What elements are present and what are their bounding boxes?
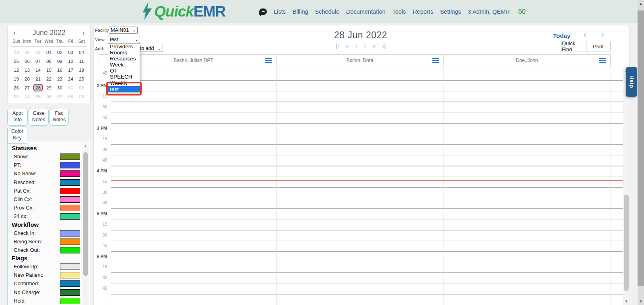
pager-next-icon[interactable]: › bbox=[364, 42, 366, 49]
page-scrollbar[interactable]: ▲ ▼ bbox=[638, 0, 644, 305]
nav-reports[interactable]: Reports bbox=[413, 8, 433, 15]
calendar-day-09[interactable]: 09 bbox=[76, 92, 87, 101]
next-day-icon[interactable]: › bbox=[601, 30, 604, 39]
calendar-day-01[interactable]: 01 bbox=[65, 83, 76, 92]
calendar-day-25[interactable]: 25 bbox=[76, 75, 87, 83]
calendar-day-31[interactable]: 31 bbox=[33, 48, 43, 57]
calendar-day-01[interactable]: 01 bbox=[43, 48, 54, 57]
calendar-day-21[interactable]: 21 bbox=[33, 75, 43, 83]
calendar-day-06[interactable]: 06 bbox=[22, 57, 33, 66]
calendar-day-09[interactable]: 09 bbox=[54, 57, 65, 66]
quick-find-button[interactable]: Quick Find bbox=[562, 41, 586, 52]
appt-info-tab[interactable]: Appt Info bbox=[7, 108, 28, 126]
view-option-rooms[interactable]: Rooms bbox=[108, 50, 140, 56]
nav-billing[interactable]: Billing bbox=[293, 8, 308, 15]
color-key-row-hold: Hold: bbox=[8, 297, 90, 305]
view-option-ot[interactable]: OT bbox=[108, 68, 140, 74]
grid-row bbox=[111, 294, 623, 305]
calendar-day-29[interactable]: 29 bbox=[11, 48, 22, 57]
calendar-day-30[interactable]: 30 bbox=[54, 83, 65, 92]
nav-3-admin-qemr[interactable]: 3 Admin, QEMR bbox=[468, 8, 510, 15]
fac-notes-tab[interactable]: Fac Notes bbox=[50, 108, 69, 126]
nav-documentation[interactable]: Documentation bbox=[346, 8, 386, 15]
pager-fast-next-icon[interactable]: » bbox=[372, 42, 376, 49]
pager-last-icon[interactable]: ›| bbox=[382, 42, 386, 49]
calendar-day-10[interactable]: 10 bbox=[65, 57, 76, 66]
view-option-speech[interactable]: SPEECH bbox=[108, 74, 140, 80]
calendar-day-27[interactable]: 27 bbox=[22, 83, 33, 92]
calendar-day-12[interactable]: 12 bbox=[11, 66, 22, 75]
prev-day-icon[interactable]: ‹ bbox=[584, 30, 586, 39]
scroll-down-icon[interactable]: ▼ bbox=[623, 299, 630, 303]
calendar-day-11[interactable]: 11 bbox=[76, 57, 87, 66]
calendar-day-05[interactable]: 05 bbox=[11, 57, 22, 66]
pager-fast-prev-icon[interactable]: « bbox=[346, 42, 349, 49]
column-title: Bashir, Julian DPT bbox=[173, 58, 213, 63]
calendar-dayname-wed: Wed bbox=[43, 39, 54, 46]
notification-count[interactable]: 60 bbox=[518, 8, 526, 15]
color-swatch bbox=[60, 154, 80, 160]
calendar-day-02[interactable]: 02 bbox=[54, 48, 65, 57]
calendar-day-17[interactable]: 17 bbox=[65, 66, 76, 75]
column-menu-icon[interactable] bbox=[265, 58, 272, 63]
calendar-day-04[interactable]: 04 bbox=[22, 92, 33, 101]
calendar-day-16[interactable]: 16 bbox=[54, 66, 65, 75]
calendar-day-20[interactable]: 20 bbox=[22, 75, 33, 83]
today-button[interactable]: Today bbox=[553, 32, 570, 39]
calendar-prev-month-icon[interactable]: ‹ bbox=[13, 29, 15, 37]
color-key-scrollbar-thumb[interactable] bbox=[83, 152, 88, 276]
view-option-week[interactable]: Week bbox=[108, 62, 140, 68]
color-key-section-workflow: Workflow bbox=[8, 221, 90, 229]
schedule-grid-rows[interactable] bbox=[111, 66, 623, 305]
chat-bubble-icon[interactable]: ••• bbox=[259, 8, 267, 15]
calendar-day-07[interactable]: 07 bbox=[33, 57, 43, 66]
color-key-scrollbar[interactable]: ▲ bbox=[83, 143, 89, 305]
calendar-dayname-mon: Mon bbox=[22, 39, 33, 46]
calendar-day-03[interactable]: 03 bbox=[65, 48, 76, 57]
nav-tools[interactable]: Tools bbox=[392, 8, 406, 15]
view-option-resources[interactable]: Resources bbox=[108, 56, 140, 62]
grid-vline bbox=[277, 66, 277, 305]
calendar-day-23[interactable]: 23 bbox=[54, 75, 65, 83]
calendar-day-05[interactable]: 05 bbox=[33, 92, 43, 101]
calendar-day-04[interactable]: 04 bbox=[76, 48, 87, 57]
calendar-day-06[interactable]: 06 bbox=[43, 92, 54, 101]
scroll-up-icon[interactable]: ▲ bbox=[638, 2, 644, 6]
calendar-day-30[interactable]: 30 bbox=[22, 48, 33, 57]
calendar-day-03[interactable]: 03 bbox=[11, 92, 22, 101]
calendar-day-26[interactable]: 26 bbox=[11, 83, 22, 92]
calendar-day-22[interactable]: 22 bbox=[43, 75, 54, 83]
scroll-down-icon[interactable]: ▼ bbox=[638, 299, 644, 303]
calendar-next-month-icon[interactable]: › bbox=[83, 29, 85, 37]
nav-settings[interactable]: Settings bbox=[440, 8, 461, 15]
pager-prev-icon[interactable]: ‹ bbox=[355, 42, 357, 49]
color-key-tab[interactable]: Color Key bbox=[7, 126, 27, 144]
pager-first-icon[interactable]: |‹ bbox=[335, 42, 339, 49]
nav-lists[interactable]: Lists bbox=[274, 8, 286, 15]
column-menu-icon[interactable] bbox=[432, 58, 439, 63]
calendar-day-08[interactable]: 08 bbox=[65, 92, 76, 101]
grid-scrollbar[interactable]: ▲ ▼ bbox=[623, 67, 630, 305]
view-option-providers[interactable]: Providers bbox=[108, 44, 140, 50]
calendar-day-15[interactable]: 15 bbox=[43, 66, 54, 75]
calendar-day-24[interactable]: 24 bbox=[65, 75, 76, 83]
page-scrollbar-thumb[interactable] bbox=[638, 10, 644, 286]
nav-schedule[interactable]: Schedule bbox=[315, 8, 339, 15]
calendar-day-08[interactable]: 08 bbox=[43, 57, 54, 66]
calendar-day-02[interactable]: 02 bbox=[76, 83, 87, 92]
scroll-up-icon[interactable]: ▲ bbox=[83, 144, 89, 148]
calendar-day-13[interactable]: 13 bbox=[22, 66, 33, 75]
calendar-day-14[interactable]: 14 bbox=[33, 66, 43, 75]
calendar-day-19[interactable]: 19 bbox=[11, 75, 22, 83]
print-button[interactable]: Print bbox=[586, 41, 611, 52]
grid-scrollbar-thumb[interactable] bbox=[624, 195, 629, 291]
calendar-day-18[interactable]: 18 bbox=[76, 66, 87, 75]
calendar-day-28[interactable]: 28 bbox=[33, 83, 43, 92]
column-menu-icon[interactable] bbox=[599, 58, 606, 63]
color-swatch bbox=[60, 196, 80, 203]
help-tab[interactable]: Help bbox=[626, 67, 637, 97]
calendar-day-29[interactable]: 29 bbox=[43, 83, 54, 92]
case-notes-tab[interactable]: Case Notes bbox=[29, 108, 49, 126]
grid-row bbox=[111, 230, 623, 241]
calendar-day-07[interactable]: 07 bbox=[54, 92, 65, 101]
